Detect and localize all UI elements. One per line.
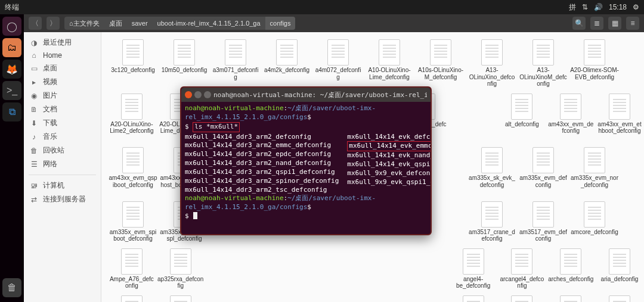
file-item[interactable]: a4m072_defconfig — [312, 38, 364, 89]
sidebar-item[interactable]: ◑最近使用 — [24, 36, 101, 49]
file-name: 10m50_defconfig — [162, 67, 208, 74]
file-item[interactable]: a4m2k_defconfig — [261, 38, 312, 89]
search-button[interactable]: 🔍 — [572, 17, 586, 30]
file-item[interactable]: at91sam9g10ek_dataflash_cs0_defconfig — [595, 294, 644, 303]
sidebar-item[interactable]: ▭桌面 — [24, 61, 101, 75]
gear-icon[interactable]: ⚙ — [633, 3, 639, 11]
file-item[interactable]: am3517_evm_defconfig — [518, 200, 569, 244]
file-item[interactable]: Ampe_A76_defconfig — [107, 247, 156, 291]
path-segment[interactable]: 桌面 — [104, 17, 127, 30]
input-method[interactable]: 拼 — [569, 2, 576, 13]
file-item[interactable]: angel4-be_defconfig — [449, 247, 498, 291]
file-name: arches_defconfig — [548, 276, 593, 283]
file-item[interactable]: A13-OLinuXino_defconfig — [466, 38, 518, 89]
top-panel: 终端 拼 ⇅ 🔊 15:18 ⚙ — [0, 0, 644, 14]
file-item[interactable]: alt_defconfig — [498, 92, 547, 143]
files-toolbar: 〈 〉 ⌂ 主文件夹桌面saveruboot-imx-rel_imx_4.1.1… — [24, 14, 644, 32]
clock[interactable]: 15:18 — [609, 3, 627, 11]
path-segment[interactable]: uboot-imx-rel_imx_4.1.15_2.1.0_ga — [153, 17, 265, 30]
file-name: 3c120_defconfig — [111, 67, 154, 74]
path-segment[interactable]: saver — [127, 17, 153, 30]
file-icon — [511, 94, 532, 120]
file-item[interactable]: ap325rxa_defconfig — [156, 247, 205, 291]
file-item[interactable]: a3m071_defconfig — [210, 38, 261, 89]
minimize-icon[interactable] — [194, 91, 202, 98]
file-item[interactable]: at91rm9200ek_defconfig — [498, 294, 547, 303]
file-item[interactable]: mcf5373l_defconfig — [449, 294, 498, 303]
file-icon — [584, 39, 605, 66]
sidebar-item[interactable]: ☰网络 — [24, 157, 101, 171]
trash-launcher[interactable]: 🗑 — [2, 278, 21, 297]
sidebar-item[interactable]: ◉图片 — [24, 89, 101, 102]
file-item[interactable]: at91rm9200ek_ram_defconfig — [546, 294, 595, 303]
file-item[interactable]: aristainetos2_defconfig — [156, 294, 205, 303]
files-launcher[interactable]: 🗂 — [2, 38, 21, 57]
sidebar-item[interactable]: ♪音乐 — [24, 130, 101, 144]
file-item[interactable]: A10s-OLinuXino-M_defconfig — [415, 38, 466, 89]
sidebar-item[interactable]: ⇄连接到服务器 — [24, 192, 101, 206]
file-item[interactable]: am43xx_evm_qspiboot_defconfig — [107, 146, 159, 197]
file-item[interactable]: A20-Olimex-SOM-EVB_defconfig — [569, 38, 620, 89]
file-item[interactable]: 3c120_defconfig — [107, 38, 159, 89]
file-item[interactable]: am43xx_evm_defconfig — [546, 92, 595, 143]
file-icon — [170, 295, 191, 303]
path-segment[interactable]: configs — [265, 17, 296, 30]
file-item[interactable]: aristainetos2b_defconfig — [107, 294, 156, 303]
terminal-line: noah@noah-virtual-machine:~/桌面/saver/ubo… — [185, 104, 427, 122]
show-apps-button[interactable]: ◯ — [2, 17, 21, 36]
file-item[interactable]: am43xx_evm_ethboot_defconfig — [595, 92, 644, 143]
close-icon[interactable] — [185, 91, 192, 98]
vscode-launcher[interactable]: ⧉ — [2, 102, 21, 122]
file-item[interactable]: am335x_evm_nor_defconfig — [569, 146, 620, 197]
file-name: a4m2k_defconfig — [264, 67, 309, 74]
file-icon — [609, 295, 630, 303]
sidebar-item[interactable]: 🗎文档 — [24, 102, 101, 116]
terminal-launcher[interactable]: >_ — [2, 81, 21, 100]
file-item[interactable]: arcangel4_defconfig — [498, 247, 547, 291]
back-button[interactable]: 〈 — [29, 17, 42, 30]
view-list-button[interactable]: ≣ — [590, 17, 603, 30]
path-segment[interactable]: ⌂ 主文件夹 — [64, 17, 104, 30]
sidebar-item[interactable]: 🗑回收站 — [24, 144, 101, 157]
file-icon — [609, 94, 630, 120]
sidebar-item[interactable]: ⌂Home — [24, 49, 101, 61]
file-name: arcangel4_defconfig — [499, 276, 546, 289]
hamburger-menu[interactable]: ≡ — [626, 17, 639, 30]
file-item[interactable]: A10-OLinuXino-Lime_defconfig — [364, 38, 415, 89]
sidebar-item[interactable]: ▸视频 — [24, 75, 101, 89]
terminal-body[interactable]: noah@noah-virtual-machine:~/桌面/saver/ubo… — [181, 102, 431, 234]
sidebar-item[interactable]: 🖳计算机 — [24, 179, 101, 192]
terminal-window[interactable]: noah@noah-virtual-machine: ~/桌面/saver/ub… — [180, 86, 432, 235]
file-item[interactable]: A20-OLinuXino-Lime2_defconfig — [107, 92, 156, 143]
ls-output: mx6ull_14x14_ddr3_arm2_defconfig mx6ull_… — [185, 133, 427, 195]
file-item[interactable]: amcore_defconfig — [569, 200, 620, 244]
files-sidebar: ◑最近使用⌂Home▭桌面▸视频◉图片🗎文档⬇下载♪音乐🗑回收站☰网络🖳计算机⇄… — [24, 32, 101, 302]
file-icon — [122, 201, 144, 228]
file-name: a4m072_defconfig — [314, 67, 363, 80]
file-icon — [511, 248, 532, 275]
file-item[interactable]: am335x_evm_defconfig — [518, 146, 569, 197]
network-icon[interactable]: ⇅ — [582, 3, 588, 11]
sidebar-item[interactable]: ⬇下载 — [24, 116, 101, 130]
maximize-icon[interactable] — [204, 91, 211, 98]
file-icon — [463, 248, 484, 275]
file-item[interactable]: am335x_sk_evk_defconfig — [466, 146, 518, 197]
file-item[interactable]: arches_defconfig — [546, 247, 595, 291]
file-name: am335x_evm_defconfig — [519, 175, 568, 188]
file-icon — [379, 39, 400, 66]
file-item[interactable]: 10m50_defconfig — [159, 38, 210, 89]
terminal-titlebar[interactable]: noah@noah-virtual-machine: ~/桌面/saver/ub… — [181, 88, 431, 102]
file-item[interactable]: am3517_crane_defconfig — [466, 200, 518, 244]
file-icon — [481, 39, 503, 66]
file-item[interactable]: A13-OLinuXinoM_defconfig — [518, 38, 569, 89]
sound-icon[interactable]: 🔊 — [594, 3, 603, 11]
file-name: am335x_evm_nor_defconfig — [570, 175, 619, 188]
terminal-line: $ — [185, 212, 427, 221]
file-icon — [560, 248, 581, 275]
forward-button[interactable]: 〉 — [47, 17, 60, 30]
file-icon — [225, 39, 246, 66]
firefox-launcher[interactable]: 🦊 — [2, 60, 21, 79]
view-grid-button[interactable]: ▦ — [608, 17, 621, 30]
file-item[interactable]: aria_defconfig — [595, 247, 644, 291]
file-item[interactable]: am335x_evm_spiboot_defconfig — [107, 200, 159, 244]
